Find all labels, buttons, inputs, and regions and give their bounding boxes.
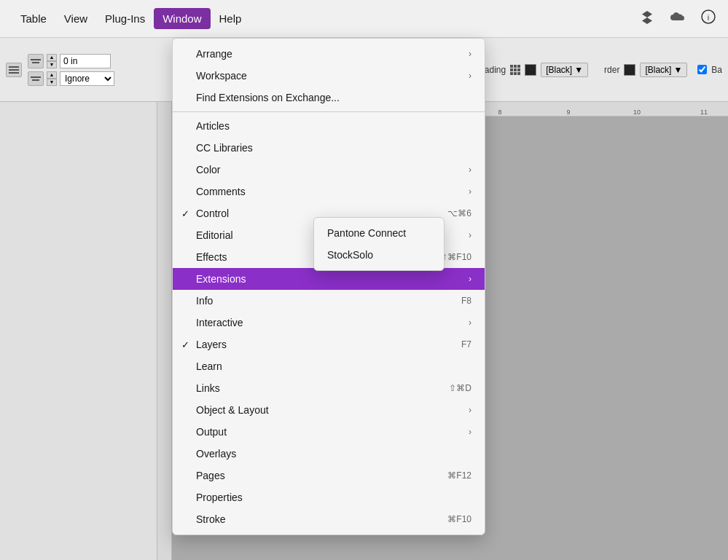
pages-label: Pages <box>196 470 225 481</box>
svg-text:i: i <box>708 13 709 22</box>
toolbar-icon-1[interactable] <box>6 63 22 77</box>
grid-icon[interactable] <box>510 65 520 75</box>
color-arrow: › <box>469 165 471 175</box>
submenu-item-stocksolo[interactable]: StockSolo <box>314 244 444 266</box>
toolbar-inputs: ▲ ▼ ▲ ▼ Ignore <box>28 54 114 86</box>
workspace-arrow: › <box>469 71 471 81</box>
menu-item-info[interactable]: Info F8 <box>173 290 485 312</box>
editorial-arrow: › <box>469 230 471 240</box>
menu-view[interactable]: View <box>55 8 96 29</box>
find-extensions-label: Find Extensions on Exchange... <box>196 92 340 103</box>
shading-label: ading <box>485 65 506 75</box>
ruler-mark-8: 8 <box>498 109 501 116</box>
ruler-mark-10: 10 <box>633 109 641 116</box>
info-menu-label: Info <box>196 295 213 307</box>
arrange-arrow: › <box>469 49 471 59</box>
toolbar-ignore-icon[interactable] <box>28 71 44 86</box>
menu-help[interactable]: Help <box>211 8 251 29</box>
menu-item-overlays[interactable]: Overlays <box>173 443 485 465</box>
menu-item-extensions[interactable]: Extensions › <box>173 268 485 290</box>
menu-item-output[interactable]: Output › <box>173 421 485 443</box>
menu-sep-1 <box>173 111 485 112</box>
extensions-submenu: Pantone Connect StockSolo <box>313 217 445 271</box>
input1-up[interactable]: ▲ <box>47 54 57 61</box>
layers-label: Layers <box>196 339 227 350</box>
svg-marker-0 <box>642 11 652 24</box>
effects-label: Effects <box>196 251 227 263</box>
border-checkbox[interactable] <box>697 65 707 74</box>
extensions-label: Extensions <box>196 273 246 285</box>
border-color-dropdown[interactable]: [Black] ▼ <box>640 63 687 77</box>
menu-item-comments[interactable]: Comments › <box>173 181 485 202</box>
input1-down[interactable]: ▼ <box>47 61 57 68</box>
comments-label: Comments <box>196 186 246 197</box>
layers-checkmark: ✓ <box>181 339 189 350</box>
stroke-shortcut: ⌘F10 <box>430 514 471 524</box>
learn-label: Learn <box>196 360 222 372</box>
menu-item-cc-libraries[interactable]: CC Libraries <box>173 137 485 159</box>
toolbar-right: ading [Black] ▼ rder [Black] ▼ Ba <box>485 63 722 77</box>
input2-stepper[interactable]: ▲ ▼ <box>47 71 57 86</box>
border-color-label: [Black] <box>645 65 671 75</box>
output-arrow: › <box>469 427 471 437</box>
layers-shortcut: F7 <box>444 339 471 350</box>
menubar-system-icons: i <box>639 9 716 28</box>
menu-item-workspace[interactable]: Workspace › <box>173 65 485 87</box>
pantone-connect-label: Pantone Connect <box>327 227 406 239</box>
menu-item-articles[interactable]: Articles <box>173 115 485 137</box>
workspace-label: Workspace <box>196 70 247 82</box>
interactive-label: Interactive <box>196 317 243 328</box>
menu-plugins[interactable]: Plug-Ins <box>96 8 154 29</box>
border-color-swatch <box>624 64 635 76</box>
object-layout-label: Object & Layout <box>196 404 269 416</box>
window-dropdown-menu: Arrange › Workspace › Find Extensions on… <box>172 38 485 535</box>
properties-label: Properties <box>196 492 243 503</box>
ruler-mark-9: 9 <box>566 109 570 116</box>
submenu-item-pantone-connect[interactable]: Pantone Connect <box>314 222 444 244</box>
info-icon[interactable]: i <box>700 9 716 28</box>
stocksolo-label: StockSolo <box>327 249 373 261</box>
menu-item-interactive[interactable]: Interactive › <box>173 312 485 334</box>
border-dropdown-arrow: ▼ <box>673 65 682 75</box>
menubar: Table View Plug-Ins Window Help i <box>0 0 728 38</box>
dropbox-icon[interactable] <box>639 9 655 28</box>
menu-item-stroke[interactable]: Stroke ⌘F10 <box>173 508 485 530</box>
border-label: rder <box>604 65 619 75</box>
shading-color-label: [Black] <box>546 65 572 75</box>
input1-stepper[interactable]: ▲ ▼ <box>47 54 57 68</box>
menu-item-properties[interactable]: Properties <box>173 486 485 508</box>
articles-label: Articles <box>196 120 230 132</box>
cc-libraries-label: CC Libraries <box>196 142 253 154</box>
menu-item-color[interactable]: Color › <box>173 159 485 181</box>
menu-item-learn[interactable]: Learn <box>173 355 485 377</box>
extensions-arrow: › <box>469 274 471 284</box>
input1-field[interactable] <box>60 54 111 68</box>
overlays-label: Overlays <box>196 448 236 460</box>
menu-item-object-layout[interactable]: Object & Layout › <box>173 399 485 421</box>
control-label: Control <box>196 208 229 219</box>
links-label: Links <box>196 382 220 394</box>
menu-item-links[interactable]: Links ⇧⌘D <box>173 377 485 399</box>
editorial-label: Editorial <box>196 229 233 241</box>
ba-label: Ba <box>711 65 722 75</box>
shading-color-dropdown[interactable]: [Black] ▼ <box>541 63 588 77</box>
output-label: Output <box>196 426 227 438</box>
input2-select[interactable]: Ignore <box>60 71 114 86</box>
menu-item-find-extensions[interactable]: Find Extensions on Exchange... <box>173 87 485 109</box>
menu-item-arrange[interactable]: Arrange › <box>173 43 485 65</box>
shading-dropdown-arrow: ▼ <box>574 65 583 75</box>
menu-item-pages[interactable]: Pages ⌘F12 <box>173 465 485 486</box>
menu-table[interactable]: Table <box>12 8 55 29</box>
ruler-mark-11: 11 <box>700 109 708 116</box>
menu-item-layers[interactable]: ✓ Layers F7 <box>173 334 485 355</box>
menu-window[interactable]: Window <box>154 8 210 29</box>
control-checkmark: ✓ <box>181 208 189 219</box>
input2-down[interactable]: ▼ <box>47 79 57 86</box>
creative-cloud-icon[interactable] <box>668 10 687 27</box>
stroke-label: Stroke <box>196 513 225 525</box>
pages-shortcut: ⌘F12 <box>430 470 471 481</box>
input2-up[interactable]: ▲ <box>47 71 57 79</box>
arrange-label: Arrange <box>196 48 232 60</box>
shading-color-swatch <box>525 64 536 76</box>
toolbar-align-icon[interactable] <box>28 54 44 68</box>
